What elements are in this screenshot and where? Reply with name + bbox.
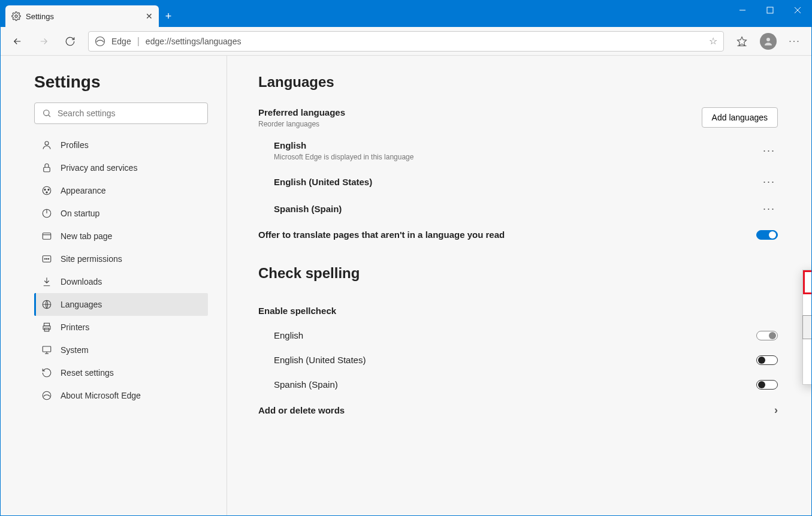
- language-subtitle: Microsoft Edge is displayed in this lang…: [274, 153, 413, 161]
- favorite-star-icon[interactable]: ☆: [709, 35, 717, 47]
- content-area: Settings Profiles Privacy and services A…: [1, 56, 811, 516]
- nav-label: Profiles: [61, 140, 89, 150]
- spellcheck-spanish-row: Spanish (Spain): [258, 372, 778, 397]
- close-tab-icon[interactable]: ✕: [146, 11, 153, 21]
- search-settings-input[interactable]: [58, 108, 200, 118]
- close-window-button[interactable]: [784, 1, 811, 20]
- back-button[interactable]: [5, 31, 29, 52]
- ctx-move-up[interactable]: Move up: [803, 339, 811, 361]
- preferred-languages-title: Preferred languages: [258, 107, 345, 117]
- add-languages-button[interactable]: Add languages: [702, 107, 778, 128]
- nav-reset[interactable]: Reset settings: [34, 361, 208, 384]
- svg-point-8: [766, 38, 770, 41]
- enable-spellcheck-row: Enable spellcheck: [258, 298, 778, 323]
- search-settings-box[interactable]: [34, 102, 208, 124]
- ctx-offer-translate[interactable]: Offer to translate pages in this languag…: [803, 293, 811, 316]
- spelling-heading: Check spelling: [258, 265, 778, 282]
- settings-heading: Settings: [34, 73, 217, 92]
- nav-printers[interactable]: Printers: [34, 316, 208, 339]
- forward-button[interactable]: [32, 31, 56, 52]
- svg-rect-12: [44, 167, 50, 172]
- chevron-right-icon: ›: [774, 404, 778, 417]
- preferred-languages-header: Preferred languages Reorder languages Ad…: [258, 107, 778, 128]
- language-more-button[interactable]: ···: [760, 176, 778, 188]
- edge-icon: [95, 36, 105, 47]
- nav-label: Appearance: [61, 186, 106, 195]
- ctx-remove[interactable]: Remove: [803, 361, 811, 384]
- nav-label: Privacy and services: [61, 163, 137, 173]
- nav-label: On startup: [61, 209, 99, 218]
- spellcheck-english-row: English: [258, 323, 778, 348]
- spellcheck-english-us-toggle[interactable]: [756, 355, 778, 365]
- nav-startup[interactable]: On startup: [34, 202, 208, 225]
- language-item-english: English Microsoft Edge is displayed in t…: [258, 133, 778, 168]
- language-more-button[interactable]: ···: [760, 144, 778, 157]
- language-name: English (United States): [274, 177, 372, 187]
- enable-spellcheck-label: Enable spellcheck: [258, 306, 336, 316]
- site-identity-label: Edge: [111, 37, 131, 46]
- profile-avatar[interactable]: [760, 33, 777, 50]
- address-bar[interactable]: Edge | edge://settings/languages ☆: [88, 31, 724, 52]
- language-name: Spanish (Spain): [274, 204, 342, 214]
- minimize-button[interactable]: [729, 1, 756, 20]
- nav-label: Downloads: [61, 277, 102, 286]
- language-item-spanish: Spanish (Spain) ···: [258, 195, 778, 222]
- search-icon: [42, 108, 52, 118]
- nav-privacy[interactable]: Privacy and services: [34, 156, 208, 179]
- spellcheck-english-us-row: English (United States): [258, 348, 778, 372]
- svg-point-11: [45, 141, 49, 145]
- nav-label: System: [61, 345, 89, 355]
- language-name: English: [274, 140, 413, 150]
- svg-line-10: [49, 115, 50, 117]
- ctx-move-top[interactable]: Move to the top: [802, 315, 811, 339]
- svg-point-22: [44, 258, 46, 259]
- svg-point-23: [46, 258, 47, 259]
- nav-label: Reset settings: [61, 368, 114, 378]
- spellcheck-lang-label: English (United States): [274, 355, 366, 365]
- window-controls: [729, 1, 811, 20]
- settings-sidebar: Settings Profiles Privacy and services A…: [1, 56, 227, 516]
- add-delete-words-label: Add or delete words: [258, 405, 345, 415]
- translate-toggle[interactable]: [756, 230, 778, 240]
- svg-rect-19: [43, 233, 51, 240]
- ctx-display-edge[interactable]: Display Microsoft Edge in this language: [803, 270, 811, 293]
- browser-tab[interactable]: Settings ✕: [5, 5, 159, 27]
- nav-languages[interactable]: Languages: [34, 293, 208, 316]
- titlebar: Settings ✕ +: [1, 1, 811, 27]
- refresh-button[interactable]: [58, 31, 82, 52]
- spellcheck-lang-label: English: [274, 330, 303, 340]
- favorites-button[interactable]: [730, 31, 754, 52]
- new-tab-button[interactable]: +: [159, 5, 178, 27]
- language-item-english-us: English (United States) ···: [258, 168, 778, 195]
- separator: |: [137, 36, 140, 47]
- svg-point-9: [44, 110, 49, 116]
- add-delete-words-row[interactable]: Add or delete words ›: [258, 397, 778, 424]
- spellcheck-english-toggle[interactable]: [756, 331, 778, 340]
- svg-point-13: [43, 186, 51, 195]
- spellcheck-spanish-toggle[interactable]: [756, 380, 778, 390]
- svg-point-24: [48, 258, 49, 259]
- language-more-button[interactable]: ···: [760, 203, 778, 215]
- nav-label: Printers: [61, 322, 89, 332]
- nav-label: About Microsoft Edge: [61, 391, 141, 400]
- nav-label: Languages: [61, 300, 102, 309]
- app-menu-button[interactable]: ···: [783, 31, 807, 52]
- svg-point-16: [46, 192, 47, 193]
- nav-about[interactable]: About Microsoft Edge: [34, 384, 208, 407]
- nav-appearance[interactable]: Appearance: [34, 179, 208, 202]
- page-heading: Languages: [258, 74, 778, 90]
- nav-newtab[interactable]: New tab page: [34, 225, 208, 248]
- svg-point-14: [44, 189, 46, 190]
- url-text: edge://settings/languages: [146, 37, 703, 46]
- nav-system[interactable]: System: [34, 339, 208, 361]
- translate-row: Offer to translate pages that aren't in …: [258, 222, 778, 247]
- nav-profiles[interactable]: Profiles: [34, 134, 208, 156]
- toolbar: Edge | edge://settings/languages ☆ ···: [1, 27, 811, 56]
- translate-label: Offer to translate pages that aren't in …: [258, 230, 505, 240]
- nav-site-permissions[interactable]: Site permissions: [34, 248, 208, 270]
- svg-marker-6: [738, 37, 747, 45]
- nav-downloads[interactable]: Downloads: [34, 270, 208, 293]
- spellcheck-lang-label: Spanish (Spain): [274, 379, 338, 390]
- language-context-menu: Display Microsoft Edge in this language …: [802, 270, 811, 385]
- maximize-button[interactable]: [756, 1, 784, 20]
